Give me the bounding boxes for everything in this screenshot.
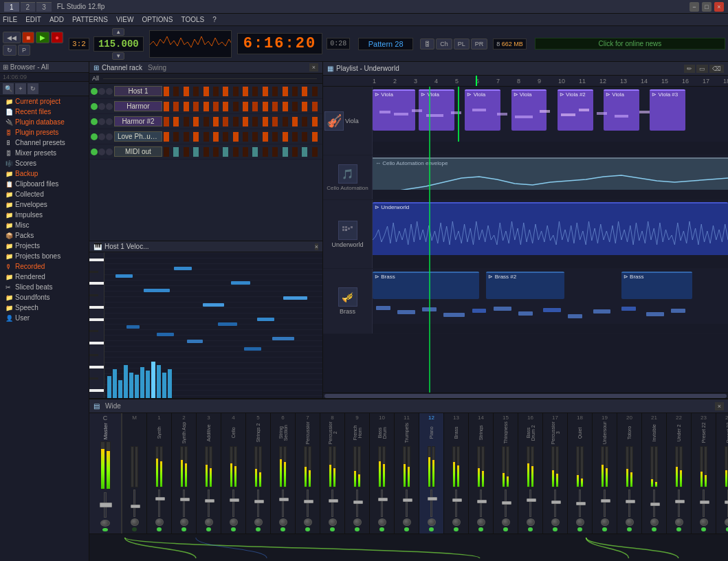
menu-add[interactable]: ADD (49, 16, 64, 23)
rewind-button[interactable]: ◀◀ (3, 32, 21, 43)
pad[interactable] (213, 87, 219, 96)
channel-mute-btn[interactable] (98, 133, 105, 140)
fader-handle[interactable] (428, 497, 437, 500)
pad[interactable] (223, 87, 228, 96)
pad[interactable] (302, 117, 307, 126)
pad[interactable] (164, 147, 169, 157)
pad[interactable] (302, 147, 307, 157)
pad[interactable] (312, 147, 318, 157)
fader-handle[interactable] (725, 500, 728, 504)
channel-rack-close[interactable]: × (309, 63, 318, 72)
pan-knob[interactable] (230, 518, 238, 526)
pad[interactable] (193, 87, 199, 96)
piano-roll-button[interactable]: PR (471, 38, 488, 50)
sidebar-item-current-project[interactable]: 📁 Current project (0, 96, 89, 107)
pad[interactable] (283, 147, 288, 157)
fader-handle[interactable] (205, 499, 214, 503)
channel-mute-btn[interactable] (98, 148, 105, 155)
pad[interactable] (252, 117, 258, 126)
pad[interactable] (292, 102, 298, 111)
pad[interactable] (173, 147, 179, 157)
note-block[interactable] (174, 267, 191, 270)
sidebar-item-clipboard[interactable]: 📋 Clipboard files (0, 179, 89, 189)
menu-options[interactable]: OPTIONS (142, 16, 173, 23)
channel-solo-btn[interactable] (106, 103, 113, 110)
pad[interactable] (213, 102, 219, 111)
fader-handle[interactable] (329, 499, 338, 503)
sidebar-item-soundfonts[interactable]: 📁 Soundfonts (0, 292, 89, 302)
pad[interactable] (263, 87, 268, 96)
pan-knob[interactable] (601, 518, 609, 526)
pan-knob[interactable] (155, 518, 164, 526)
piano-key-black[interactable] (89, 271, 98, 273)
pad[interactable] (223, 132, 228, 142)
menu-file[interactable]: FILE (3, 16, 17, 23)
pad[interactable] (193, 147, 199, 157)
fader-handle[interactable] (576, 502, 586, 505)
pad[interactable] (164, 102, 169, 111)
sidebar-item-plugin-db[interactable]: 🔌 Plugin database (0, 117, 89, 127)
channel-name-love[interactable]: Love Ph..uency (114, 131, 162, 142)
sidebar-item-scores[interactable]: 🎼 Scores (0, 158, 89, 168)
fader-handle[interactable] (601, 499, 610, 503)
pad[interactable] (292, 132, 298, 142)
pad[interactable] (193, 132, 199, 142)
note-block[interactable] (272, 337, 294, 340)
fader-handle[interactable] (254, 500, 264, 503)
piano-key-white[interactable] (89, 282, 104, 285)
pad[interactable] (184, 102, 189, 111)
pad[interactable] (312, 87, 318, 96)
pad[interactable] (233, 132, 239, 142)
pad[interactable] (243, 87, 248, 96)
channel-solo-btn[interactable] (106, 118, 113, 125)
menu-view[interactable]: VIEW (116, 16, 134, 23)
fader-handle[interactable] (551, 500, 561, 504)
clip-underworld[interactable]: ⊳ Underworld (373, 202, 728, 255)
sidebar-item-recent-files[interactable]: 📄 Recent files (0, 107, 89, 117)
pad[interactable] (243, 132, 248, 142)
stop-button[interactable]: ■ (22, 32, 34, 43)
pad[interactable] (233, 147, 239, 157)
channel-solo-btn[interactable] (106, 133, 113, 140)
pad[interactable] (283, 132, 288, 142)
playlist-tool-erase[interactable]: ⌫ (709, 65, 724, 73)
sidebar-item-envelopes[interactable]: 📁 Envelopes (0, 199, 89, 210)
note-block[interactable] (115, 274, 133, 278)
pad[interactable] (164, 117, 169, 126)
pad[interactable] (213, 147, 219, 157)
piano-key-black[interactable] (89, 294, 98, 296)
pan-knob[interactable] (675, 518, 683, 526)
pad[interactable] (283, 87, 288, 96)
pad[interactable] (184, 147, 189, 157)
note-block[interactable] (283, 296, 307, 300)
channel-active-led[interactable] (91, 133, 98, 140)
menu-tools[interactable]: TOOLS (181, 16, 204, 23)
bpm-display[interactable]: 115.000 (93, 36, 144, 52)
pad[interactable] (203, 117, 209, 126)
fader-handle[interactable] (304, 500, 313, 503)
pad[interactable] (233, 117, 239, 126)
note-block[interactable] (231, 281, 251, 285)
pad[interactable] (292, 87, 298, 96)
sidebar-item-impulses[interactable]: 📁 Impulses (0, 210, 89, 220)
fader-handle[interactable] (502, 501, 511, 505)
channel-name-harmor[interactable]: Harmor (114, 101, 162, 111)
channel-led[interactable] (379, 527, 384, 531)
sidebar-item-collected[interactable]: 📁 Collected (0, 189, 89, 199)
pad[interactable] (223, 117, 228, 126)
pad[interactable] (213, 132, 219, 142)
fader-handle[interactable] (378, 498, 388, 501)
pan-knob[interactable] (725, 518, 729, 526)
channel-solo-btn[interactable] (106, 148, 113, 155)
fader-handle[interactable] (626, 500, 635, 503)
menu-edit[interactable]: EDIT (25, 16, 41, 23)
sidebar-item-projects-bones[interactable]: 📁 Projects bones (0, 251, 89, 261)
piano-key-white[interactable] (89, 366, 104, 368)
bpm-up[interactable]: ▲ (112, 28, 124, 36)
channel-led[interactable] (355, 527, 360, 531)
pad[interactable] (193, 117, 199, 126)
channel-led[interactable] (503, 527, 508, 531)
fader-handle[interactable] (700, 500, 709, 504)
pad[interactable] (223, 147, 228, 157)
pad[interactable] (184, 87, 189, 96)
